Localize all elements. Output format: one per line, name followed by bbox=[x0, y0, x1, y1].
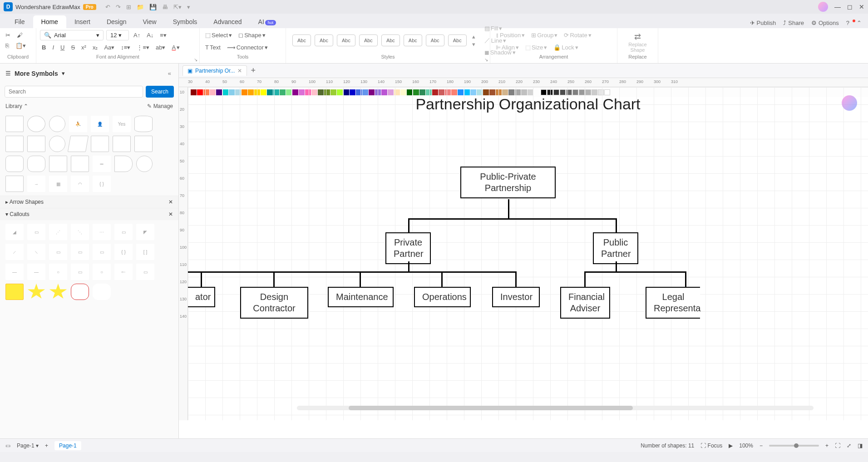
callout-10[interactable]: ▭ bbox=[49, 244, 67, 260]
font-color-button[interactable]: A▾ bbox=[170, 42, 182, 53]
increase-font-button[interactable]: A↑ bbox=[132, 30, 142, 40]
strikethrough-button[interactable]: S bbox=[69, 42, 77, 53]
style-scroll-down[interactable]: ▾ bbox=[472, 41, 475, 48]
size-button[interactable]: ⬚ Size▾ bbox=[523, 42, 549, 53]
callout-4[interactable]: ⋱ bbox=[71, 224, 89, 240]
superscript-button[interactable]: x² bbox=[79, 42, 88, 53]
org-investor[interactable]: Investor bbox=[492, 287, 540, 307]
fit-page-button[interactable]: ⛶ bbox=[835, 442, 840, 449]
italic-button[interactable]: I bbox=[50, 42, 56, 53]
font-size-select[interactable]: 12 ▾ bbox=[106, 30, 129, 40]
ai-floating-icon[interactable] bbox=[842, 95, 857, 111]
add-page-button[interactable]: + bbox=[45, 442, 48, 449]
shape-ellipse[interactable] bbox=[27, 116, 45, 132]
callout-5[interactable]: ⋯ bbox=[93, 224, 111, 240]
shape-trap[interactable] bbox=[91, 136, 109, 152]
zoom-level[interactable]: 100% bbox=[739, 442, 753, 449]
close-tab-icon[interactable]: ✕ bbox=[237, 68, 242, 74]
callout-3[interactable]: ⋰ bbox=[49, 224, 67, 240]
search-button[interactable]: Search bbox=[146, 86, 174, 98]
chart-title[interactable]: Partnership Organizational Chart bbox=[415, 95, 640, 113]
subscript-button[interactable]: x₂ bbox=[91, 42, 100, 53]
open-icon[interactable]: 📁 bbox=[137, 4, 144, 10]
format-painter-button[interactable]: 🖌 bbox=[15, 30, 25, 40]
help-button[interactable]: ? bbox=[846, 20, 849, 26]
manage-button[interactable]: ✎ Manage bbox=[147, 103, 173, 109]
view-mode-icon[interactable]: ▭ bbox=[5, 442, 10, 449]
style-preset-4[interactable]: Abc bbox=[359, 34, 378, 46]
collapse-sidebar-button[interactable]: « bbox=[166, 68, 173, 79]
publish-button[interactable]: ✈ Publish bbox=[750, 20, 776, 26]
callout-sticky[interactable] bbox=[5, 284, 24, 300]
shape-actor[interactable]: ⛹ bbox=[69, 116, 87, 132]
org-design-contractor[interactable]: Design Contractor bbox=[240, 287, 308, 319]
underline-button[interactable]: U bbox=[59, 42, 66, 53]
lock-button[interactable]: 🔒 Lock▾ bbox=[552, 42, 580, 53]
avatar[interactable] bbox=[818, 2, 828, 12]
undo-icon[interactable]: ↶ bbox=[105, 4, 110, 10]
style-preset-8[interactable]: Abc bbox=[448, 34, 467, 46]
org-box-partial-left[interactable]: ator bbox=[188, 287, 215, 307]
case-button[interactable]: Aa▾ bbox=[102, 42, 116, 53]
position-button[interactable]: ⫿ Position▾ bbox=[494, 30, 527, 40]
shape-doc[interactable] bbox=[113, 136, 131, 152]
callout-17[interactable]: ○ bbox=[49, 264, 67, 280]
paste-button[interactable]: 📋▾ bbox=[14, 40, 28, 51]
callout-12[interactable]: ▭ bbox=[93, 244, 111, 260]
shape-link[interactable]: ═ bbox=[93, 156, 111, 172]
style-scroll-up[interactable]: ▴ bbox=[472, 33, 475, 40]
org-public-partner[interactable]: Public Partner bbox=[593, 232, 638, 264]
style-preset-1[interactable]: Abc bbox=[292, 34, 311, 46]
document-tab[interactable]: ▣ Partnership Or... ✕ bbox=[182, 65, 247, 76]
options-button[interactable]: ⚙ Options bbox=[811, 20, 839, 26]
sidebar-dropdown-icon[interactable]: ▾ bbox=[62, 70, 65, 77]
callout-oval-red[interactable] bbox=[71, 284, 89, 300]
new-icon[interactable]: ⊞ bbox=[126, 4, 131, 10]
callout-burst1[interactable] bbox=[27, 284, 45, 300]
style-preset-3[interactable]: Abc bbox=[337, 34, 355, 46]
group-button[interactable]: ⊞ Group▾ bbox=[529, 30, 559, 40]
share-button[interactable]: ⤴ Share bbox=[783, 20, 804, 26]
close-section-icon[interactable]: ✕ bbox=[168, 199, 173, 205]
style-preset-2[interactable]: Abc bbox=[315, 34, 333, 46]
shape-rect2[interactable] bbox=[5, 136, 24, 152]
styles-dialog-launcher[interactable]: ↘ bbox=[484, 57, 488, 62]
org-financial-adviser[interactable]: Financial Adviser bbox=[560, 287, 610, 319]
shape-decision[interactable]: Yes bbox=[113, 116, 131, 132]
callout-14[interactable]: [ ] bbox=[136, 244, 154, 260]
callout-9[interactable]: ⟍ bbox=[27, 244, 45, 260]
play-button[interactable]: ▶ bbox=[729, 442, 733, 449]
callout-11[interactable]: ▭ bbox=[71, 244, 89, 260]
callout-oval[interactable] bbox=[93, 284, 111, 300]
shape-tool[interactable]: ◻ Shape ▾ bbox=[237, 30, 267, 40]
save-icon[interactable]: 💾 bbox=[149, 4, 157, 10]
replace-shape-button[interactable]: Replace Shape bbox=[621, 42, 654, 53]
close-section-icon[interactable]: ✕ bbox=[168, 211, 173, 217]
print-icon[interactable]: 🖶 bbox=[162, 4, 168, 10]
search-input[interactable] bbox=[5, 86, 143, 98]
copy-button[interactable]: ⎘ bbox=[4, 40, 11, 51]
redo-icon[interactable]: ↷ bbox=[116, 4, 121, 10]
bold-button[interactable]: B bbox=[40, 42, 48, 53]
org-legal-rep[interactable]: Legal Representa bbox=[646, 287, 700, 319]
callout-8[interactable]: ⟋ bbox=[5, 244, 24, 260]
shape-rounded2[interactable] bbox=[27, 156, 45, 172]
shape-hexagon[interactable] bbox=[71, 156, 89, 172]
callout-15[interactable]: — bbox=[5, 264, 24, 280]
close-button[interactable]: ✕ bbox=[859, 3, 864, 10]
tab-file[interactable]: File bbox=[6, 15, 33, 28]
shape-arc[interactable]: ◠ bbox=[71, 176, 89, 192]
style-preset-5[interactable]: Abc bbox=[381, 34, 400, 46]
fullscreen-button[interactable]: ⤢ bbox=[847, 442, 851, 449]
zoom-out-button[interactable]: − bbox=[760, 442, 763, 449]
canvas[interactable]: Partnership Organizational Chart Public-… bbox=[188, 87, 868, 420]
connector-tool[interactable]: ⟿ Connector ▾ bbox=[225, 42, 270, 53]
shape-note[interactable]: ▦ bbox=[49, 176, 67, 192]
align-shapes-button[interactable]: ⊫ Align▾ bbox=[494, 42, 521, 53]
tab-design[interactable]: Design bbox=[99, 15, 135, 28]
shape-user[interactable]: 👤 bbox=[91, 116, 109, 132]
minimize-button[interactable]: — bbox=[834, 3, 841, 10]
font-dialog-launcher[interactable]: ↘ bbox=[194, 57, 197, 62]
page-tab[interactable]: Page-1 bbox=[54, 441, 81, 450]
callout-19[interactable]: ○ bbox=[93, 264, 111, 280]
